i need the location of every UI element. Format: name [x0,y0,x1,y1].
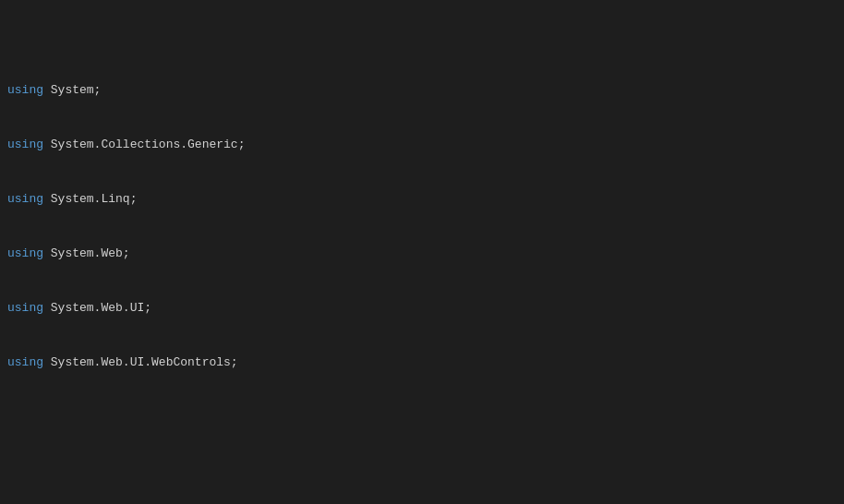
line-using-4: using System.Web; [0,245,844,263]
line-using-6: using System.Web.UI.WebControls; [0,354,844,372]
line-using-5: using System.Web.UI; [0,299,844,318]
line-using-2: using System.Collections.Generic; [0,136,844,154]
line-using-3: using System.Linq; [0,190,844,209]
line-using-1: using System; [0,81,844,100]
line-blank-1 [0,444,844,462]
code-editor: using System; using System.Collections.G… [0,9,844,504]
